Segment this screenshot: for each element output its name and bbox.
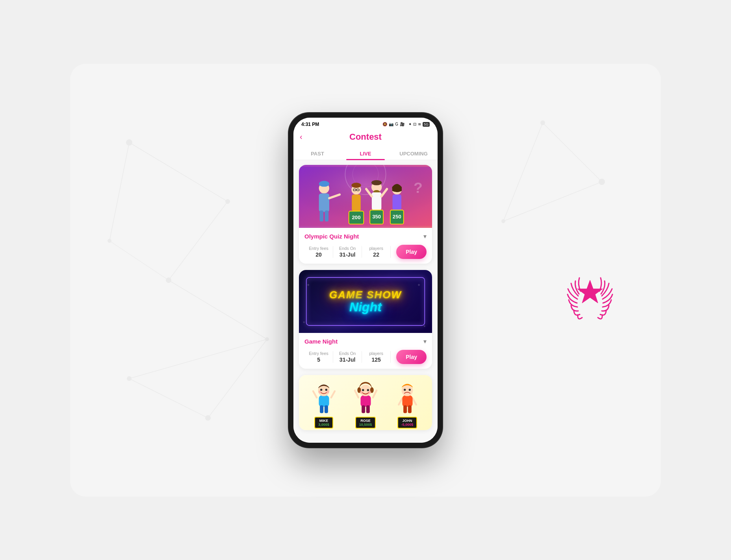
svg-line-69 [373,390,376,397]
svg-rect-43 [372,192,381,210]
kid-mike: MIKE3,000$ [311,381,337,430]
svg-point-71 [360,384,371,396]
svg-point-85 [408,388,410,390]
svg-point-74 [362,389,364,391]
players-value-2: 125 [362,357,390,363]
svg-point-65 [326,390,329,393]
svg-rect-79 [366,405,369,413]
kids-banner: MIKE3,000$ [299,375,432,430]
quiz-banner: 200 [299,165,432,228]
app-title: Contest [349,132,382,142]
stat-players-2: players 125 [362,351,391,363]
status-time: 4:31 PM [301,122,319,127]
contest-card-kids: MIKE3,000$ [299,375,432,430]
stat-entry-fee: Entry fees 20 [304,246,333,258]
back-button[interactable]: ‹ [300,132,302,141]
svg-point-33 [351,183,361,188]
phone-screen: 4:31 PM 🔕📷G🎥 ✦ ⊡ ≋ 5G ‹ Contest PAST LIV… [293,118,438,443]
svg-rect-82 [402,395,412,407]
svg-text:350: 350 [372,214,381,220]
svg-text:200: 200 [352,214,361,220]
award-badge [551,257,629,335]
kid-john: JOHN-5,000$ [395,381,420,430]
svg-rect-87 [408,405,411,413]
svg-line-58 [313,391,317,397]
phone: 4:31 PM 🔕📷G🎥 ✦ ⊡ ≋ 5G ‹ Contest PAST LIV… [289,113,442,447]
contest-card-game-night: ✦ ✦ ✦ ✦ GAME SHOW Night [299,270,432,369]
svg-point-41 [371,180,382,185]
svg-rect-70 [360,395,371,407]
game-show-banner: ✦ ✦ ✦ ✦ GAME SHOW Night [299,270,432,333]
svg-line-11 [109,241,169,280]
card-image-game-night: ✦ ✦ ✦ ✦ GAME SHOW Night [299,270,432,333]
kid-mike-nameplate: MIKE3,000$ [314,417,333,429]
svg-rect-78 [362,405,365,413]
svg-point-77 [368,391,371,394]
tab-upcoming[interactable]: UPCOMING [390,147,438,160]
svg-text:?: ? [414,179,423,196]
svg-text:✦: ✦ [302,320,306,324]
tab-live[interactable]: LIVE [341,147,390,160]
card-body-game-night: Game Night ▾ Entry fees 5 Ends On 31-Jul [299,333,432,369]
card-image-olympic: 200 [299,165,432,228]
play-button-olympic[interactable]: Play [396,245,427,259]
svg-line-80 [399,398,402,405]
svg-rect-67 [324,405,328,413]
stat-ends-on: Ends On 31-Jul [333,246,362,258]
svg-line-20 [503,123,543,221]
svg-rect-86 [403,405,407,413]
card-title-game: Game Night [304,338,338,345]
players-value-1: 22 [362,251,390,258]
svg-line-12 [129,379,208,418]
svg-line-13 [208,339,267,418]
entry-fee-label-2: Entry fees [304,351,333,356]
svg-line-14 [129,339,267,379]
svg-line-7 [129,142,228,201]
status-bar: 4:31 PM 🔕📷G🎥 ✦ ⊡ ≋ 5G [293,118,438,129]
background-card: 4:31 PM 🔕📷G🎥 ✦ ⊡ ≋ 5G ‹ Contest PAST LIV… [70,64,661,497]
svg-point-64 [318,390,321,393]
card-body-olympic: Olympic Quiz Night ▾ Entry fees 20 Ends … [299,228,432,264]
chevron-down-icon: ▾ [423,233,427,240]
svg-rect-28 [319,193,329,212]
card-title-olympic: Olympic Quiz Night [304,233,359,240]
card-stats-game: Entry fees 5 Ends On 31-Jul players 125 [304,350,427,364]
svg-rect-49 [393,194,402,210]
kid-john-nameplate: JOHN-5,000$ [397,417,417,429]
card-title-row-game: Game Night ▾ [304,338,427,345]
svg-line-81 [412,398,416,405]
svg-point-62 [320,388,322,390]
play-button-game[interactable]: Play [396,350,427,364]
svg-rect-37 [352,194,361,211]
svg-point-83 [401,384,413,396]
svg-rect-60 [319,395,329,407]
svg-point-75 [367,389,369,391]
svg-line-10 [109,142,129,241]
svg-point-84 [404,388,406,390]
app-header: ‹ Contest [293,129,438,147]
svg-line-9 [169,280,267,339]
svg-line-18 [543,123,602,182]
tabs-container: PAST LIVE UPCOMING [293,147,438,160]
svg-line-8 [169,201,228,280]
svg-text:✦: ✦ [417,283,421,287]
ends-on-label-2: Ends On [333,351,362,356]
svg-line-59 [331,391,334,397]
svg-point-76 [360,391,362,394]
svg-rect-31 [325,210,328,221]
players-label-2: players [362,351,390,356]
scroll-area[interactable]: 200 [293,160,438,443]
svg-text:250: 250 [393,214,401,220]
tab-past[interactable]: PAST [293,147,341,160]
entry-fee-value: 20 [304,251,333,258]
ends-on-value-2: 31-Jul [333,357,362,363]
svg-marker-21 [577,280,603,303]
chevron-down-icon-2: ▾ [423,338,427,345]
svg-point-63 [325,388,327,390]
contest-card-olympic: 200 [299,165,432,264]
svg-text:✦: ✦ [306,283,310,287]
card-stats-olympic: Entry fees 20 Ends On 31-Jul players 22 [304,245,427,259]
stat-players: players 22 [362,246,391,258]
entry-fee-label: Entry fees [304,246,333,251]
card-image-kids: MIKE3,000$ [299,375,432,430]
